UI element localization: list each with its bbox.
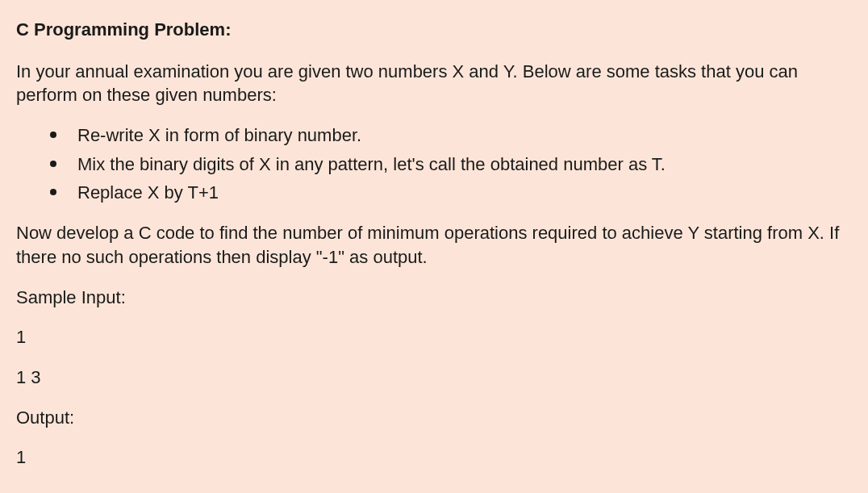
bullet-icon: [50, 189, 56, 195]
sample-input-label: Sample Input:: [16, 286, 852, 310]
problem-heading: C Programming Problem:: [16, 18, 852, 42]
list-item-text: Mix the binary digits of X in any patter…: [77, 152, 852, 177]
task-list: Re-write X in form of binary number. Mix…: [50, 123, 852, 205]
output-label: Output:: [16, 406, 852, 430]
list-item-text: Replace X by T+1: [77, 181, 852, 205]
output-line: 1: [16, 445, 852, 470]
list-item: Mix the binary digits of X in any patter…: [50, 152, 852, 177]
bullet-icon: [50, 161, 56, 167]
list-item: Replace X by T+1: [50, 181, 852, 205]
task-paragraph: Now develop a C code to find the number …: [16, 221, 852, 269]
list-item-text: Re-write X in form of binary number.: [77, 123, 852, 148]
intro-paragraph: In your annual examination you are given…: [16, 60, 852, 107]
list-item: Re-write X in form of binary number.: [50, 123, 852, 148]
sample-input-line: 1: [16, 325, 852, 349]
sample-input-line: 1 3: [16, 366, 852, 390]
bullet-icon: [50, 132, 56, 138]
